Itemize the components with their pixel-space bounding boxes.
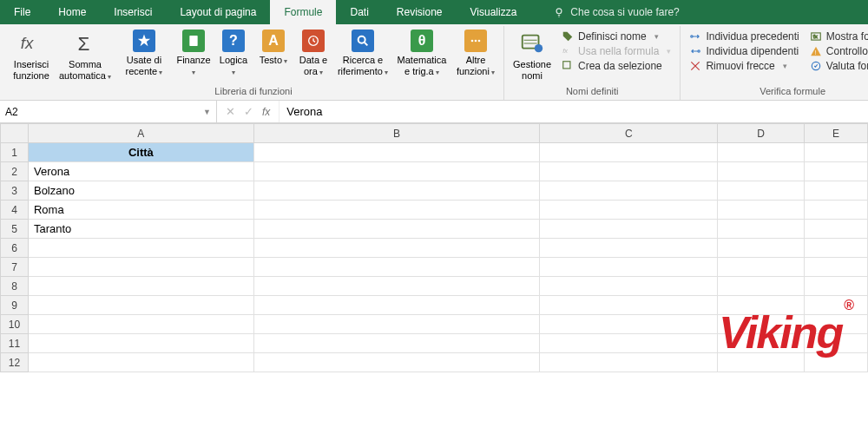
row-header-1[interactable]: 1 bbox=[1, 143, 29, 162]
show-formulas-button[interactable]: fx Mostra formule bbox=[806, 30, 868, 43]
cell-D2[interactable] bbox=[718, 162, 805, 181]
name-box[interactable]: A2 ▼ bbox=[0, 101, 217, 122]
row-header-5[interactable]: 5 bbox=[1, 220, 29, 239]
row-header-6[interactable]: 6 bbox=[1, 239, 29, 258]
error-checking-button[interactable]: ! Controllo errori bbox=[806, 44, 868, 58]
cell-B1[interactable] bbox=[253, 143, 540, 162]
tab-data[interactable]: Dati bbox=[336, 0, 382, 24]
cell-A8[interactable] bbox=[28, 277, 253, 296]
cell-E6[interactable] bbox=[805, 239, 868, 258]
cell-E5[interactable] bbox=[805, 220, 868, 239]
tab-insert[interactable]: Inserisci bbox=[100, 0, 166, 24]
cell-A12[interactable] bbox=[28, 353, 253, 372]
create-from-selection-button[interactable]: Crea da selezione bbox=[558, 59, 674, 73]
cell-E1[interactable] bbox=[805, 143, 868, 162]
col-header-E[interactable]: E bbox=[805, 124, 868, 143]
cell-B7[interactable] bbox=[253, 258, 540, 277]
cell-A9[interactable] bbox=[28, 296, 253, 315]
row-header-3[interactable]: 3 bbox=[1, 181, 29, 201]
tab-page-layout[interactable]: Layout di pagina bbox=[166, 0, 270, 24]
cell-B12[interactable] bbox=[253, 353, 540, 372]
logical-button[interactable]: ? Logica bbox=[215, 28, 252, 78]
col-header-B[interactable]: B bbox=[253, 124, 540, 143]
cell-A5[interactable]: Taranto bbox=[28, 220, 253, 239]
cell-A11[interactable] bbox=[28, 334, 253, 353]
cancel-edit-icon[interactable]: ✕ bbox=[226, 105, 235, 118]
cell-C1[interactable] bbox=[540, 143, 718, 162]
cell-C5[interactable] bbox=[540, 220, 718, 239]
namebox-dropdown-icon[interactable]: ▼ bbox=[203, 108, 211, 116]
cell-C8[interactable] bbox=[540, 277, 718, 296]
remove-arrows-button[interactable]: Rimuovi frecce▾ bbox=[686, 59, 802, 73]
row-header-8[interactable]: 8 bbox=[1, 277, 29, 296]
row-header-12[interactable]: 12 bbox=[1, 353, 29, 372]
cell-C12[interactable] bbox=[540, 353, 718, 372]
tab-formulas[interactable]: Formule bbox=[270, 0, 336, 24]
tab-view[interactable]: Visualizza bbox=[457, 0, 531, 24]
cell-E3[interactable] bbox=[805, 181, 868, 201]
cell-B11[interactable] bbox=[253, 334, 540, 353]
trace-precedents-button[interactable]: Individua precedenti bbox=[686, 30, 802, 43]
tab-file[interactable]: File bbox=[0, 0, 44, 24]
cell-B6[interactable] bbox=[253, 239, 540, 258]
fx-button-icon[interactable]: fx bbox=[262, 106, 270, 118]
cell-A2[interactable]: Verona bbox=[28, 162, 253, 181]
insert-function-button[interactable]: fx Inserisci funzione bbox=[9, 28, 54, 83]
row-header-9[interactable]: 9 bbox=[1, 296, 29, 315]
name-manager-button[interactable]: Gestione nomi bbox=[510, 28, 555, 83]
row-header-11[interactable]: 11 bbox=[1, 334, 29, 353]
cell-D8[interactable] bbox=[718, 277, 805, 296]
cell-A6[interactable] bbox=[28, 239, 253, 258]
cell-D3[interactable] bbox=[718, 181, 805, 201]
autosum-button[interactable]: Σ Somma automatica bbox=[57, 28, 113, 83]
tab-review[interactable]: Revisione bbox=[383, 0, 457, 24]
cell-E7[interactable] bbox=[805, 258, 868, 277]
cell-B5[interactable] bbox=[253, 220, 540, 239]
datetime-button[interactable]: Data e ora bbox=[295, 28, 332, 78]
row-header-2[interactable]: 2 bbox=[1, 162, 29, 181]
cell-E4[interactable] bbox=[805, 201, 868, 220]
tab-home[interactable]: Home bbox=[44, 0, 100, 24]
cell-C9[interactable] bbox=[540, 296, 718, 315]
cell-B9[interactable] bbox=[253, 296, 540, 315]
more-functions-button[interactable]: Altre funzioni bbox=[453, 28, 498, 78]
cell-D6[interactable] bbox=[718, 239, 805, 258]
evaluate-formula-button[interactable]: Valuta formula bbox=[806, 59, 868, 73]
row-header-10[interactable]: 10 bbox=[1, 315, 29, 334]
recently-used-button[interactable]: Usate di recente bbox=[116, 28, 172, 78]
cell-C3[interactable] bbox=[540, 181, 718, 201]
col-header-D[interactable]: D bbox=[718, 124, 805, 143]
select-all-corner[interactable] bbox=[1, 124, 29, 143]
cell-B4[interactable] bbox=[253, 201, 540, 220]
cell-B8[interactable] bbox=[253, 277, 540, 296]
cell-C7[interactable] bbox=[540, 258, 718, 277]
confirm-edit-icon[interactable]: ✓ bbox=[244, 105, 253, 118]
cell-A4[interactable]: Roma bbox=[28, 201, 253, 220]
cell-B3[interactable] bbox=[253, 181, 540, 201]
cell-E2[interactable] bbox=[805, 162, 868, 181]
cell-B10[interactable] bbox=[253, 315, 540, 334]
cell-C2[interactable] bbox=[540, 162, 718, 181]
use-in-formula-button[interactable]: fx Usa nella formula▾ bbox=[558, 44, 674, 58]
tell-me-search[interactable]: Che cosa si vuole fare? bbox=[539, 0, 693, 24]
row-header-4[interactable]: 4 bbox=[1, 201, 29, 220]
cell-C11[interactable] bbox=[540, 334, 718, 353]
cell-A3[interactable]: Bolzano bbox=[28, 181, 253, 201]
col-header-A[interactable]: A bbox=[28, 124, 253, 143]
cell-D5[interactable] bbox=[718, 220, 805, 239]
cell-D4[interactable] bbox=[718, 201, 805, 220]
cell-A7[interactable] bbox=[28, 258, 253, 277]
cell-C4[interactable] bbox=[540, 201, 718, 220]
cell-C6[interactable] bbox=[540, 239, 718, 258]
math-trig-button[interactable]: θ Matematica e trig.a bbox=[394, 28, 450, 78]
lookup-button[interactable]: Ricerca e riferimento bbox=[335, 28, 391, 78]
cell-B2[interactable] bbox=[253, 162, 540, 181]
cell-A10[interactable] bbox=[28, 315, 253, 334]
cell-D7[interactable] bbox=[718, 258, 805, 277]
formula-input[interactable]: Verona bbox=[279, 101, 868, 122]
cell-D1[interactable] bbox=[718, 143, 805, 162]
financial-button[interactable]: Finanze bbox=[175, 28, 212, 78]
cell-E8[interactable] bbox=[805, 277, 868, 296]
define-name-button[interactable]: Definisci nome▾ bbox=[558, 30, 674, 43]
cell-C10[interactable] bbox=[540, 315, 718, 334]
